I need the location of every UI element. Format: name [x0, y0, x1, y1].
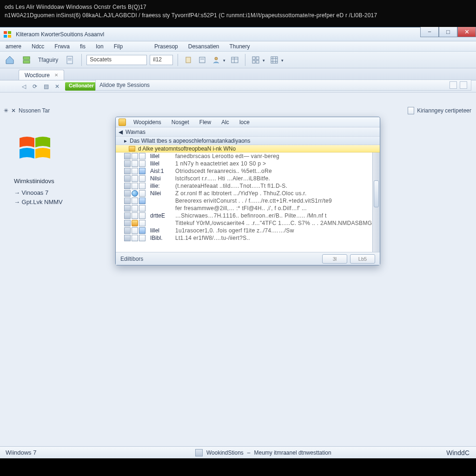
port-field[interactable]: il12 [150, 55, 173, 65]
scrollbar-thumb[interactable] [374, 180, 379, 207]
page-icon [132, 198, 138, 204]
dialog-path-header: ▸ Das Wllatt tbes s aopeoschlefornautank… [116, 137, 380, 145]
footer-label: Ediltibors [120, 256, 143, 262]
svg-rect-13 [231, 57, 238, 63]
right-panel-header: Kirianngey certipeteer [408, 106, 471, 116]
svg-rect-5 [23, 60, 30, 63]
list-item[interactable]: drtteE…Shicrwaes…7H.1116.. befinroon..er… [116, 212, 380, 219]
main-window: Kliteraom KworterSouitions Asaanvl amere… [0, 27, 476, 458]
close-button[interactable]: ✕ [457, 27, 476, 37]
header-tool-icon[interactable] [460, 81, 467, 89]
tab[interactable]: Woctloure ✕ [19, 70, 64, 80]
svg-rect-20 [271, 57, 278, 63]
dialog-menu-item[interactable]: Flew [195, 118, 216, 126]
matrix-dropdown[interactable]: ▾ [269, 54, 284, 66]
star-icon[interactable]: ✳ [4, 107, 8, 114]
header-tool-icon[interactable] [450, 81, 457, 89]
menu-item[interactable]: Ion [92, 42, 107, 51]
home-icon[interactable] [3, 53, 17, 67]
svg-rect-1 [8, 31, 11, 34]
page-icon [139, 205, 145, 212]
menu-item[interactable]: Desansatien [185, 42, 223, 51]
dialog-breadcrumb[interactable]: ◀ Wavnas [116, 127, 380, 137]
close-icon[interactable]: ✕ [52, 81, 62, 92]
page-icon [139, 183, 145, 189]
menu-item[interactable]: fis [76, 42, 89, 51]
sidebar-heading: Wirnkstiinidovs [14, 178, 102, 185]
list-item[interactable]: Aisl:1Otriodscedt feraanrecis.. %5ett...… [116, 167, 380, 175]
page-icon [132, 160, 138, 167]
maximize-button[interactable]: □ [439, 27, 457, 37]
close-icon[interactable]: ✕ [11, 107, 16, 114]
file-name: drtteE [150, 212, 172, 219]
user-dropdown[interactable]: ▾ [211, 54, 226, 66]
grid-icon [124, 175, 131, 182]
list-item[interactable]: Bereorexs erivitConurst . . / f.…../re.c… [116, 197, 380, 205]
file-detail: fer fresammwe@2ill,… :* tFl@4H.. ,i', f … [175, 205, 307, 212]
page-icon [132, 183, 138, 189]
list-item[interactable]: llilel1 nN7y h eaactetriet aex 10 S0 p > [116, 160, 380, 167]
dialog-menu-item[interactable]: Woopidens [129, 118, 166, 126]
os-label: Wiindows 7 [0, 449, 195, 456]
list-item[interactable]: Tittekuf Y0rM,/owscaerite4 .. .r..."4TFC… [116, 219, 380, 227]
svg-rect-3 [8, 35, 11, 38]
menu-item[interactable]: Ndcc [28, 42, 48, 51]
dialog-menu-item[interactable]: Nosget [167, 118, 194, 126]
table-icon[interactable] [229, 54, 240, 66]
terminal-line-1: ods Les Alir Wiinddoaw Windowss Ocnstr C… [5, 3, 471, 11]
statusbar: Wiindows 7 WookindStions – Meumy itmraan… [0, 446, 476, 458]
menu-item[interactable]: Frwva [51, 42, 73, 51]
dialog-file-list[interactable]: lillelfanedbrscaos Lerootto edt— vanr-be… [116, 152, 380, 252]
list-item[interactable]: NileiZ or.ronl ff ac lbtrotert .../YidYe… [116, 190, 380, 197]
window-controls: − □ ✕ [420, 27, 476, 37]
status-chip[interactable]: Cellonater [65, 82, 98, 91]
list-item[interactable]: Nilsilstcifscort r.r….. Hti …Aler…iL8Bit… [116, 175, 380, 182]
chevron-down-icon: ▾ [280, 54, 284, 66]
sidebar-item[interactable]: → Vinooas 7 [14, 188, 102, 198]
page-icon [139, 153, 145, 159]
page-icon [132, 235, 138, 241]
window-titlebar[interactable]: Kliteraom KworterSouitions Asaanvl [0, 27, 476, 41]
page-icon [132, 227, 138, 234]
dialog-button-cancel[interactable]: Lb5 [350, 254, 375, 264]
back-icon[interactable]: ◀ [119, 129, 123, 135]
list-item[interactable]: lillel1u1rasocer1,0. .fois ogerf f1ite z… [116, 227, 380, 234]
file-detail: lstcifscort r.r….. Hti …Aler…iL8Bitfe. [175, 175, 270, 182]
socket-field[interactable]: Socatets [86, 55, 147, 65]
refresh-icon[interactable]: ⟳ [30, 81, 40, 92]
close-icon[interactable]: ✕ [54, 73, 58, 78]
dialog-menu-item[interactable]: Alc [217, 118, 234, 126]
clipboard-icon[interactable] [183, 54, 194, 66]
world-icon [132, 190, 138, 197]
dialog-selected-row[interactable]: d Alke yeatomntsoftreopbeaN i-nk WNo [116, 145, 380, 152]
svg-rect-4 [23, 57, 30, 60]
user-icon [211, 54, 222, 66]
content-header-title: Alidoe ttye Sessions [99, 82, 150, 88]
list-item[interactable]: IBibl.Lt1.14 er1fW8/.…tu-/iiert?S.. [116, 234, 380, 242]
server-icon[interactable] [20, 53, 33, 67]
form-icon[interactable] [197, 54, 208, 66]
back-icon[interactable]: ◁ [19, 81, 29, 92]
grid-dropdown[interactable]: ▾ [250, 54, 266, 66]
page-icon [132, 212, 138, 219]
sidebar-item[interactable]: → Gpt.Lvk NMMV [14, 198, 102, 207]
document-icon[interactable] [63, 53, 77, 67]
page-icon [139, 175, 145, 182]
list-item[interactable]: fer fresammwe@2ill,… :* tFl@4H.. ,i', f … [116, 205, 380, 212]
menu-item[interactable]: Thunery [225, 42, 253, 51]
status-text: Meumy itmraanel dtnwesttation [254, 450, 331, 456]
list-item[interactable]: lillelfanedbrscaos Lerootto edt— vanr-be… [116, 152, 380, 160]
doc-icon[interactable]: ▤ [41, 81, 51, 92]
dialog-button-ok[interactable]: 3l [322, 254, 347, 264]
expand-icon[interactable]: ▸ [124, 138, 127, 144]
scrollbar[interactable] [372, 152, 380, 252]
app-icon [3, 30, 12, 39]
matrix-icon [269, 54, 280, 66]
page-icon [139, 160, 145, 167]
minimize-button[interactable]: − [420, 27, 439, 37]
dialog-menu-item[interactable]: loce [235, 118, 254, 126]
menu-item[interactable]: Prasesop [151, 42, 182, 51]
menu-item[interactable]: Filp [110, 42, 126, 51]
list-item[interactable]: illie:(t.nerateaHfeaat ..tild..…Tnot…..T… [116, 182, 380, 190]
menu-item[interactable]: amere [2, 42, 25, 51]
